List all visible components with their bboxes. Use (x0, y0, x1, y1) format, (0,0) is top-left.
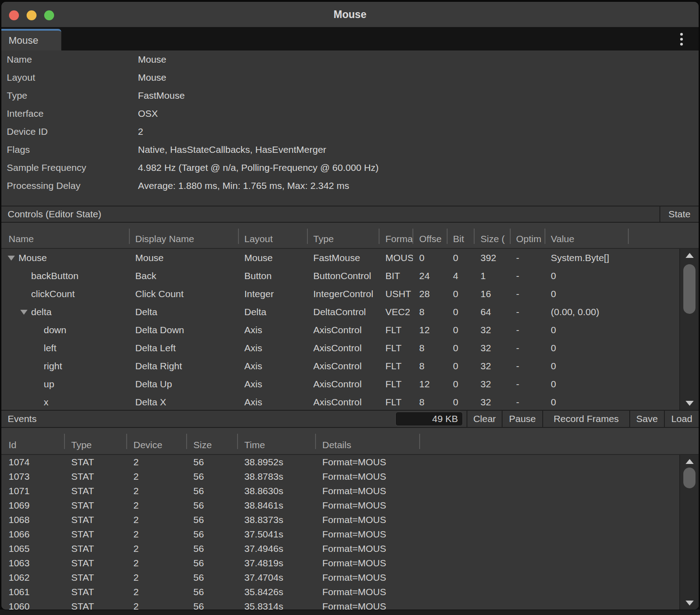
pause-button[interactable]: Pause (502, 411, 542, 427)
col-header-type[interactable]: Type (307, 234, 379, 244)
col-header-details[interactable]: Details (315, 440, 419, 450)
control-layout: Button (238, 267, 307, 285)
event-time: 37.5041s (237, 527, 315, 542)
scroll-down-arrow-icon[interactable] (686, 401, 694, 406)
control-row[interactable]: right Delta Right Axis AxisControl FLT 8… (1, 357, 699, 375)
column-divider[interactable] (379, 229, 380, 244)
column-divider[interactable] (315, 434, 316, 449)
control-row[interactable]: x Delta X Axis AxisControl FLT 8 0 32 - … (1, 393, 699, 410)
tab-mouse[interactable]: Mouse (1, 29, 61, 50)
col-header-type[interactable]: Type (64, 440, 126, 450)
col-header-display-name[interactable]: Display Name (129, 234, 238, 244)
event-time: 38.8783s (237, 469, 315, 484)
scroll-up-arrow-icon[interactable] (686, 253, 694, 258)
control-row[interactable]: delta Delta Delta DeltaControl VEC2 8 0 … (1, 303, 699, 321)
event-row[interactable]: 1061 STAT 2 56 35.8426s Format=MOUS (1, 585, 699, 599)
info-value: 2 (138, 123, 699, 141)
clear-button[interactable]: Clear (467, 411, 502, 427)
event-row[interactable]: 1062 STAT 2 56 37.4704s Format=MOUS (1, 570, 699, 585)
control-display-name: Delta Left (129, 339, 238, 357)
foldout-arrow-icon[interactable] (8, 256, 15, 261)
event-row[interactable]: 1065 STAT 2 56 37.4946s Format=MOUS (1, 542, 699, 556)
control-row[interactable]: up Delta Up Axis AxisControl FLT 12 0 32… (1, 375, 699, 393)
col-header-device[interactable]: Device (126, 440, 186, 450)
col-header-id[interactable]: Id (1, 440, 64, 450)
col-header-offset[interactable]: Offse (413, 234, 447, 244)
col-header-layout[interactable]: Layout (238, 234, 307, 244)
control-row[interactable]: backButton Back Button ButtonControl BIT… (1, 267, 699, 285)
event-row[interactable]: 1074 STAT 2 56 38.8952s Format=MOUS (1, 455, 699, 469)
titlebar[interactable]: Mouse (1, 2, 699, 27)
control-row[interactable]: down Delta Down Axis AxisControl FLT 12 … (1, 321, 699, 339)
event-buffer-size-field[interactable]: 49 KB (395, 412, 463, 426)
column-divider[interactable] (186, 434, 187, 449)
screen: Mouse Mouse Name Mouse Layout Mouse (0, 0, 700, 615)
control-name-cell: down (1, 321, 129, 339)
info-row: Device ID 2 (1, 123, 699, 141)
event-row[interactable]: 1073 STAT 2 56 38.8783s Format=MOUS (1, 469, 699, 484)
control-row[interactable]: clickCount Click Count Integer IntegerCo… (1, 285, 699, 303)
column-divider[interactable] (544, 229, 545, 244)
control-display-name: Mouse (129, 249, 238, 267)
event-row[interactable]: 1060 STAT 2 56 35.8314s Format=MOUS (1, 599, 699, 610)
event-details: Format=MOUS (315, 469, 419, 484)
col-header-size[interactable]: Size (186, 440, 237, 450)
state-button[interactable]: State (659, 207, 699, 222)
col-header-bit[interactable]: Bit (447, 234, 474, 244)
control-size: 32 (474, 375, 510, 393)
controls-scrollbar[interactable] (679, 249, 699, 410)
event-row[interactable]: 1068 STAT 2 56 38.8373s Format=MOUS (1, 513, 699, 527)
record-frames-button[interactable]: Record Frames (542, 411, 629, 427)
control-format: FLT (379, 339, 413, 357)
col-header-name[interactable]: Name (1, 234, 129, 244)
event-row[interactable]: 1063 STAT 2 56 37.4819s Format=MOUS (1, 556, 699, 570)
column-divider[interactable] (412, 229, 413, 244)
column-divider[interactable] (237, 434, 238, 449)
foldout-arrow-icon[interactable] (20, 310, 27, 315)
input-debugger-window: Mouse Mouse Name Mouse Layout Mouse (1, 2, 699, 610)
column-divider[interactable] (628, 229, 629, 244)
load-button[interactable]: Load (664, 411, 699, 427)
column-divider[interactable] (126, 434, 127, 449)
event-row[interactable]: 1071 STAT 2 56 38.8630s Format=MOUS (1, 484, 699, 498)
controls-scrollbar-thumb[interactable] (683, 264, 695, 314)
control-row[interactable]: left Delta Left Axis AxisControl FLT 8 0… (1, 339, 699, 357)
column-divider[interactable] (238, 229, 239, 244)
column-divider[interactable] (510, 229, 511, 244)
events-scrollbar-thumb[interactable] (683, 468, 695, 488)
column-divider[interactable] (307, 229, 308, 244)
column-divider[interactable] (474, 229, 475, 244)
controls-column-headers: Name Display Name Layout Type Forma Offs… (1, 223, 699, 249)
control-name: clickCount (31, 289, 75, 299)
event-device: 2 (126, 599, 186, 610)
control-row[interactable]: Mouse Mouse Mouse FastMouse MOUS 0 0 392… (1, 249, 699, 267)
control-value: 0 (544, 375, 628, 393)
column-divider[interactable] (129, 229, 130, 244)
events-scrollbar[interactable] (679, 455, 699, 610)
col-header-size[interactable]: Size ( (474, 234, 510, 244)
col-header-value[interactable]: Value (544, 234, 628, 244)
event-id: 1069 (1, 498, 64, 513)
col-header-time[interactable]: Time (237, 440, 315, 450)
scroll-down-arrow-icon[interactable] (686, 601, 694, 606)
control-value: 0 (544, 321, 628, 339)
control-format: FLT (379, 393, 413, 410)
save-button[interactable]: Save (629, 411, 664, 427)
kebab-menu-icon[interactable] (677, 32, 686, 46)
info-value: Average: 1.880 ms, Min: 1.765 ms, Max: 2… (138, 177, 699, 195)
control-value: System.Byte[] (544, 249, 628, 267)
scroll-up-arrow-icon[interactable] (686, 459, 694, 464)
column-divider[interactable] (64, 434, 65, 449)
column-divider[interactable] (447, 229, 448, 244)
event-row[interactable]: 1069 STAT 2 56 38.8461s Format=MOUS (1, 498, 699, 513)
event-details: Format=MOUS (315, 570, 419, 585)
control-format: BIT (379, 267, 413, 285)
event-id: 1068 (1, 513, 64, 527)
column-divider[interactable] (419, 434, 420, 449)
info-label: Flags (1, 141, 138, 159)
event-time: 35.8314s (237, 599, 315, 610)
col-header-format[interactable]: Forma (379, 234, 413, 244)
event-row[interactable]: 1066 STAT 2 56 37.5041s Format=MOUS (1, 527, 699, 542)
col-header-optimized[interactable]: Optim (510, 234, 544, 244)
control-display-name: Delta Down (129, 321, 238, 339)
